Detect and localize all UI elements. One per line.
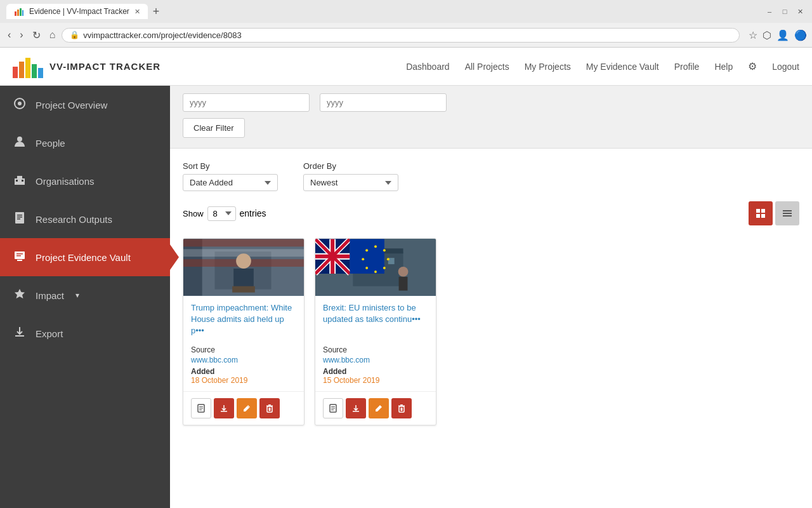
forward-button[interactable]: › bbox=[17, 28, 25, 42]
card-download-button-1[interactable] bbox=[214, 398, 234, 418]
nav-my-evidence-vault[interactable]: My Evidence Vault bbox=[586, 62, 659, 72]
svg-marker-24 bbox=[15, 289, 25, 298]
card-actions-1 bbox=[183, 391, 304, 425]
svg-rect-43 bbox=[199, 406, 203, 407]
back-button[interactable]: ‹ bbox=[5, 28, 13, 42]
sidebar-label-impact: Impact bbox=[36, 290, 64, 301]
filter-date-to[interactable] bbox=[320, 93, 447, 112]
url-text: vvimpacttracker.com/project/evidence/808… bbox=[83, 30, 731, 40]
address-bar[interactable]: 🔒 vvimpacttracker.com/project/evidence/8… bbox=[62, 28, 740, 43]
export-icon bbox=[13, 326, 27, 341]
nav-all-projects[interactable]: All Projects bbox=[465, 62, 509, 72]
clear-filter-button[interactable]: Clear Filter bbox=[183, 118, 245, 138]
sidebar-label-people: People bbox=[36, 138, 65, 149]
card-delete-button-2[interactable] bbox=[391, 398, 412, 418]
nav-logout[interactable]: Logout bbox=[772, 62, 799, 72]
grid-view-button[interactable] bbox=[749, 201, 773, 225]
sidebar-item-organisations[interactable]: Organisations bbox=[0, 162, 170, 200]
card-thumbnail-2 bbox=[315, 239, 436, 296]
grid-view-icon bbox=[756, 208, 766, 218]
browser-tab[interactable]: Evidence | VV-Impact Tracker ✕ bbox=[6, 4, 148, 19]
tab-favicon bbox=[14, 6, 24, 17]
entries-select[interactable]: 8 16 24 All bbox=[207, 206, 236, 221]
svg-rect-87 bbox=[400, 404, 403, 406]
sidebar-item-impact[interactable]: Impact ▾ bbox=[0, 276, 170, 314]
svg-point-75 bbox=[374, 271, 377, 273]
card-source-value-2: www.bbc.com bbox=[323, 356, 428, 364]
nav-help[interactable]: Help bbox=[714, 62, 733, 72]
card-edit-button-2[interactable] bbox=[369, 398, 389, 418]
delete-icon bbox=[265, 404, 274, 413]
close-button[interactable]: ✕ bbox=[794, 6, 806, 17]
svg-rect-17 bbox=[17, 215, 22, 216]
card-image-1 bbox=[183, 239, 304, 296]
svg-point-74 bbox=[383, 267, 386, 269]
sidebar-item-project-evidence-vault[interactable]: Project Evidence Vault bbox=[0, 238, 170, 276]
svg-point-11 bbox=[17, 137, 22, 142]
card-body-1: Trump impeachment: White House admits ai… bbox=[183, 296, 304, 391]
card-download-button-2[interactable] bbox=[346, 398, 366, 418]
home-button[interactable]: ⌂ bbox=[47, 28, 58, 42]
maximize-button[interactable]: □ bbox=[779, 6, 790, 17]
card-image-2 bbox=[315, 239, 436, 296]
project-evidence-vault-icon bbox=[13, 250, 27, 265]
filter-date-from[interactable] bbox=[183, 93, 310, 112]
svg-rect-4 bbox=[13, 67, 18, 78]
order-by-select[interactable]: Newest Oldest bbox=[303, 174, 398, 191]
list-view-button[interactable] bbox=[775, 201, 799, 225]
nav-my-projects[interactable]: My Projects bbox=[525, 62, 571, 72]
svg-rect-19 bbox=[17, 218, 20, 220]
account-icon[interactable]: 🔵 bbox=[794, 29, 807, 41]
sidebar-label-research-outputs: Research Outputs bbox=[36, 214, 112, 225]
sidebar-item-research-outputs[interactable]: Research Outputs bbox=[0, 200, 170, 238]
svg-rect-49 bbox=[268, 404, 271, 406]
card-title-1: Trump impeachment: White House admits ai… bbox=[191, 302, 296, 340]
app-header: VV-IMPACT TRACKER Dashboard All Projects… bbox=[0, 48, 812, 86]
svg-point-39 bbox=[236, 253, 251, 269]
sort-by-label: Sort By bbox=[183, 161, 278, 171]
card-delete-button-1[interactable] bbox=[259, 398, 280, 418]
svg-rect-46 bbox=[221, 411, 227, 412]
card-view-button-2[interactable] bbox=[323, 398, 343, 418]
filter-inputs bbox=[183, 93, 799, 112]
lock-icon: 🔒 bbox=[70, 30, 79, 39]
project-overview-icon bbox=[13, 97, 27, 112]
minimize-button[interactable]: – bbox=[764, 6, 775, 17]
new-tab-button[interactable]: + bbox=[148, 5, 165, 18]
filter-bar: Clear Filter bbox=[170, 86, 812, 149]
profile-icon[interactable]: 👤 bbox=[776, 29, 789, 41]
svg-point-71 bbox=[374, 245, 377, 248]
svg-rect-84 bbox=[353, 411, 359, 412]
nav-dashboard[interactable]: Dashboard bbox=[406, 62, 450, 72]
sidebar-item-project-overview[interactable]: Project Overview bbox=[0, 86, 170, 124]
extensions-icon[interactable]: ⬡ bbox=[763, 29, 771, 41]
svg-rect-27 bbox=[761, 209, 765, 213]
svg-point-73 bbox=[387, 258, 390, 260]
svg-rect-28 bbox=[756, 214, 760, 218]
download-icon bbox=[219, 404, 228, 413]
svg-rect-79 bbox=[399, 277, 408, 291]
bookmark-icon[interactable]: ☆ bbox=[749, 29, 757, 41]
sort-controls: Sort By Date Added Title Source Order By… bbox=[183, 161, 799, 191]
address-bar-row: ‹ › ↻ ⌂ 🔒 vvimpacttracker.com/project/ev… bbox=[0, 23, 812, 47]
settings-icon[interactable]: ⚙ bbox=[748, 60, 757, 72]
document-icon-2 bbox=[329, 404, 337, 413]
tab-close-btn[interactable]: ✕ bbox=[134, 8, 140, 16]
sidebar-item-people[interactable]: People bbox=[0, 124, 170, 162]
svg-rect-7 bbox=[32, 64, 37, 78]
svg-rect-0 bbox=[15, 11, 16, 16]
refresh-button[interactable]: ↻ bbox=[30, 28, 43, 43]
svg-point-10 bbox=[18, 102, 22, 105]
svg-rect-81 bbox=[331, 406, 335, 407]
app-body: Project Overview People Organisations bbox=[0, 86, 812, 508]
svg-rect-29 bbox=[761, 214, 765, 218]
nav-profile[interactable]: Profile bbox=[674, 62, 700, 72]
svg-rect-51 bbox=[270, 408, 271, 411]
card-view-button-1[interactable] bbox=[191, 398, 211, 418]
cards-grid: Trump impeachment: White House admits ai… bbox=[183, 238, 799, 425]
delete-icon-2 bbox=[397, 404, 406, 413]
card-title-2: Brexit: EU ministers to be updated as ta… bbox=[323, 302, 428, 340]
sidebar-item-export[interactable]: Export bbox=[0, 314, 170, 352]
sort-by-select[interactable]: Date Added Title Source bbox=[183, 174, 278, 191]
card-edit-button-1[interactable] bbox=[237, 398, 257, 418]
